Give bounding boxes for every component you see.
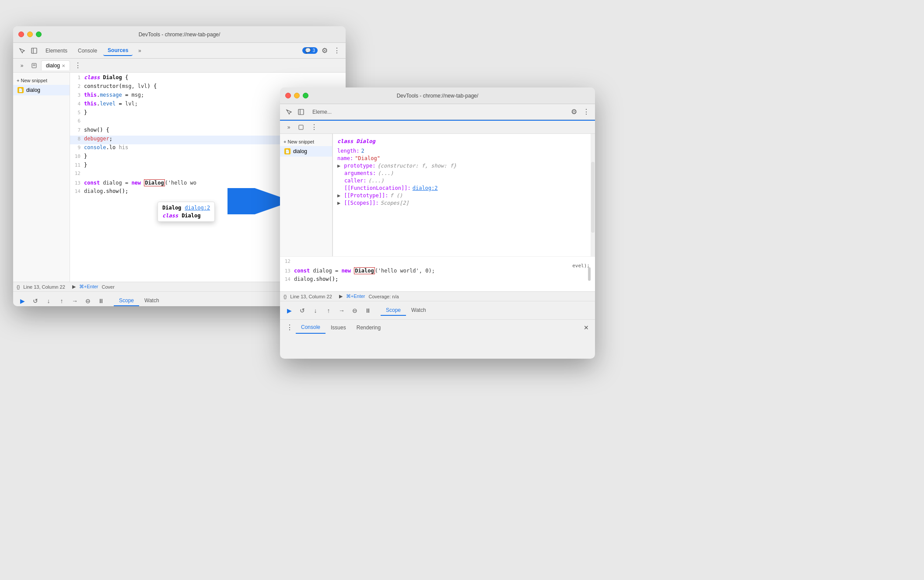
code-area-front[interactable]: 12 13 const dialog = new Dialog('hello w… [280,256,595,291]
traffic-lights-front [285,93,308,98]
inspector-panel-front: class Dialog length: 2 name: "Dialog" ▶ … [332,134,591,256]
more-tabs-left-icon-back[interactable]: » [17,60,27,71]
more-tabs-left-icon-front[interactable]: » [284,122,294,133]
page-icon-front[interactable] [296,122,306,133]
traffic-lights-back [18,31,42,37]
code-line-f-13: 13 const dialog = new Dialog('hello worl… [280,267,595,276]
coverage-front: Coverage: n/a [368,294,399,299]
tab-elements-back[interactable]: Elements [41,46,72,56]
prop-prototype: ▶ prototype: {constructor: f, show: f} [337,163,586,169]
status-bar-front: {} Line 13, Column 22 ▶ ⌘+Enter Coverage… [280,291,595,301]
close-button-back[interactable] [18,31,24,37]
cursor-icon-front[interactable] [284,107,294,117]
code-line-f-12: 12 [280,259,595,267]
file-tab-dialog-back[interactable]: dialog ✕ [41,60,70,70]
console-tab-front[interactable]: Console [296,321,326,334]
settings-icon-back[interactable]: ⚙ [319,45,330,56]
panel-icon-front[interactable] [296,107,306,117]
play-button-front[interactable]: ▶ [284,305,295,316]
prop-proto: ▶ [[Prototype]]: f () [337,192,586,199]
fullscreen-button-front[interactable] [303,93,308,98]
step-button-front[interactable]: → [336,305,347,316]
snippet-icon-front: 📄 [284,148,290,154]
toolbar-back: Elements Console Sources » 💬 3 ⚙ ⋮ [13,43,346,59]
watch-tab-back[interactable]: Watch [139,296,164,306]
pause-button-back[interactable]: ⏸ [95,295,107,307]
scope-tab-back[interactable]: Scope [114,296,139,306]
step-over-button-front[interactable]: ↺ [297,305,308,316]
title-bar-back: DevTools - chrome://new-tab-page/ [13,26,346,43]
file-tab-close-back[interactable]: ✕ [62,63,65,68]
devtools-window-front: DevTools - chrome://new-tab-page/ Eleme.… [280,87,595,359]
format-button-back[interactable]: {} [17,284,20,290]
window-title-front: DevTools - chrome://new-tab-page/ [397,93,479,99]
prop-arguments: arguments: (...) [344,170,586,176]
toolbar-front: Eleme... ⚙ ⋮ [280,104,595,120]
run-cmd-front[interactable]: ⌘+Enter [346,293,365,299]
more-tab-icon-front[interactable]: ⋮ [308,121,320,133]
prop-function-location: [[FunctionLocation]]: dialog:2 [344,185,586,191]
right-code-hint: evel); [572,263,595,269]
title-bar-front: DevTools - chrome://new-tab-page/ [280,87,595,104]
prop-name: name: "Dialog" [337,155,586,161]
scope-watch-tabs-front: Scope Watch [381,305,431,316]
sidebar-item-dialog-front[interactable]: 📄 dialog [280,146,332,157]
sidebar-back: + New snippet 📄 dialog [13,73,70,282]
inspector-title: class Dialog [337,138,586,144]
window-title-back: DevTools - chrome://new-tab-page/ [139,31,220,38]
cursor-position-front: Line 13, Column 22 [290,294,332,299]
step-out-button-front[interactable]: ↑ [323,305,334,316]
page-icon-back[interactable] [29,60,39,71]
main-content-front: + New snippet 📄 dialog class Dialog leng… [280,134,595,256]
tab-sources-back[interactable]: Sources [103,45,133,56]
more-tabs-icon-back[interactable]: » [134,45,145,56]
tooltip-link-back[interactable]: dialog:2 [185,205,210,211]
snippet-icon-back: 📄 [18,87,24,93]
scrollbar-front[interactable] [591,134,595,256]
more-options-icon-front[interactable]: ⋮ [581,107,592,117]
watch-tab-front[interactable]: Watch [406,305,431,316]
file-tab-label-back: dialog [46,63,60,69]
step-into-button-back[interactable]: ↓ [43,295,54,307]
debug-toolbar-front: ▶ ↺ ↓ ↑ → ⊖ ⏸ Scope Watch [280,301,595,319]
deactivate-button-front[interactable]: ⊖ [349,305,360,316]
more-icon-back[interactable]: ⋮ [72,59,84,71]
scope-tab-front[interactable]: Scope [381,305,406,316]
new-snippet-button-back[interactable]: + New snippet [13,76,70,85]
tab-elements-front[interactable]: Eleme... [308,107,336,117]
pause-button-front[interactable]: ⏸ [362,305,374,316]
step-out-button-back[interactable]: ↑ [56,295,67,307]
scrollbar-code-front[interactable] [588,257,592,291]
settings-icon-front[interactable]: ⚙ [569,107,579,117]
more-bottom-icon-front[interactable]: ⋮ [284,321,296,333]
minimize-button-back[interactable] [27,31,33,37]
svg-rect-6 [298,109,304,115]
sidebar-item-dialog-back[interactable]: 📄 dialog [13,85,70,95]
format-button-front[interactable]: {} [284,294,287,299]
tab-console-back[interactable]: Console [74,46,102,56]
cursor-icon[interactable] [17,45,27,56]
new-snippet-button-front[interactable]: + New snippet [280,137,332,146]
svg-rect-8 [299,125,303,129]
run-cmd-back[interactable]: ⌘+Enter [79,284,98,290]
bottom-tabs-front: ⋮ Console Issues Rendering ✕ [280,319,595,335]
step-button-back[interactable]: → [69,295,80,307]
panel-icon[interactable] [29,45,39,56]
sidebar-front: + New snippet 📄 dialog [280,134,332,256]
play-button-back[interactable]: ▶ [17,295,28,307]
close-panel-icon-front[interactable]: ✕ [581,322,592,333]
more-options-icon-back[interactable]: ⋮ [332,45,342,56]
step-over-button-back[interactable]: ↺ [30,295,41,307]
code-line-1: 1 class Dialog { [70,74,346,83]
minimize-button-front[interactable] [294,93,300,98]
issues-tab-front[interactable]: Issues [326,322,351,333]
rendering-tab-front[interactable]: Rendering [351,322,386,333]
deactivate-button-back[interactable]: ⊖ [82,295,94,307]
message-badge-back[interactable]: 💬 3 [302,47,318,54]
fullscreen-button-back[interactable] [36,31,42,37]
close-button-front[interactable] [285,93,291,98]
prop-scopes: ▶ [[Scopes]]: Scopes[2] [337,200,586,206]
code-line-f-14: 14 dialog.show(); [280,276,595,285]
step-into-button-front[interactable]: ↓ [310,305,321,316]
tab-bar-front: » ⋮ [280,120,595,134]
